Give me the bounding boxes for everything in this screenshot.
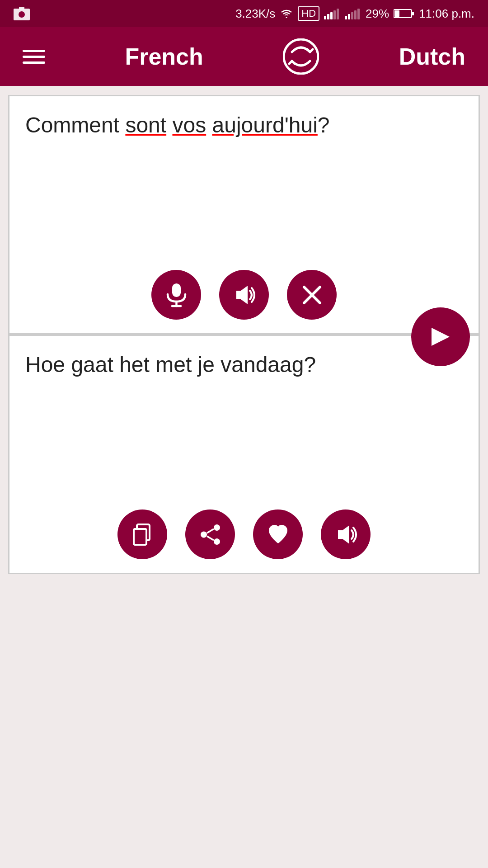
svg-rect-14 — [394, 10, 399, 17]
svg-rect-8 — [345, 16, 347, 19]
main-content: Comment sont vos aujourd'hui? — [0, 95, 488, 574]
svg-line-30 — [207, 529, 214, 533]
clear-button[interactable] — [287, 270, 337, 320]
microphone-button[interactable] — [151, 270, 201, 320]
signal-icon-2 — [345, 8, 361, 19]
svg-point-27 — [214, 524, 220, 531]
signal-icon — [324, 8, 340, 19]
target-language[interactable]: Dutch — [399, 43, 465, 70]
word-vos: vos — [172, 113, 206, 137]
svg-rect-9 — [348, 14, 350, 19]
status-left — [14, 7, 30, 20]
source-text[interactable]: Comment sont vos aujourd'hui? — [25, 110, 463, 140]
hd-badge: HD — [298, 6, 319, 21]
svg-rect-10 — [351, 12, 353, 19]
send-button[interactable] — [411, 307, 470, 366]
svg-rect-6 — [333, 10, 336, 19]
svg-rect-12 — [357, 9, 360, 19]
share-button[interactable] — [185, 509, 235, 559]
svg-rect-2 — [19, 7, 24, 9]
translation-text: Hoe gaat het met je vandaag? — [25, 349, 463, 380]
battery-icon — [394, 8, 414, 19]
header: French Dutch — [0, 27, 488, 86]
speaker-icon — [232, 283, 257, 307]
svg-marker-23 — [432, 328, 450, 346]
source-language[interactable]: French — [125, 43, 203, 70]
menu-button[interactable] — [23, 50, 45, 64]
translation-speaker-button[interactable] — [321, 509, 371, 559]
svg-marker-20 — [236, 286, 248, 304]
source-box-wrapper: Comment sont vos aujourd'hui? — [0, 95, 488, 335]
translation-speaker-icon — [333, 522, 358, 547]
source-box: Comment sont vos aujourd'hui? — [8, 95, 480, 335]
svg-rect-11 — [354, 10, 357, 19]
translation-controls — [9, 509, 479, 559]
svg-rect-5 — [330, 12, 333, 19]
word-sont: sont — [125, 113, 166, 137]
svg-marker-32 — [338, 525, 349, 544]
speaker-button[interactable] — [219, 270, 269, 320]
copy-button[interactable] — [117, 509, 167, 559]
svg-rect-26 — [134, 529, 146, 545]
status-info: 3.23K/s HD 29% — [235, 6, 474, 21]
svg-rect-15 — [412, 12, 414, 15]
svg-point-16 — [284, 39, 318, 74]
wifi-icon — [280, 8, 293, 19]
svg-point-28 — [214, 538, 220, 545]
send-icon — [427, 323, 454, 350]
status-bar: 3.23K/s HD 29% — [0, 0, 488, 27]
svg-rect-7 — [337, 9, 339, 19]
photo-icon — [14, 7, 30, 20]
word-aujourd-hui: aujourd'hui — [212, 113, 318, 137]
battery-percent: 29% — [366, 7, 389, 21]
svg-point-1 — [19, 11, 25, 18]
translation-box: Hoe gaat het met je vandaag? — [8, 335, 480, 574]
svg-line-31 — [207, 536, 214, 540]
heart-icon — [266, 522, 291, 547]
copy-icon — [130, 522, 155, 547]
svg-rect-3 — [324, 16, 326, 19]
microphone-icon — [164, 283, 189, 307]
close-icon — [300, 283, 324, 307]
source-controls — [9, 270, 479, 320]
svg-rect-4 — [327, 14, 329, 19]
share-icon — [198, 522, 223, 547]
svg-rect-17 — [172, 283, 181, 297]
swap-languages-button[interactable] — [283, 38, 319, 75]
network-speed: 3.23K/s — [235, 7, 275, 21]
svg-point-29 — [201, 531, 207, 538]
favorite-button[interactable] — [253, 509, 303, 559]
time: 11:06 p.m. — [419, 7, 474, 21]
